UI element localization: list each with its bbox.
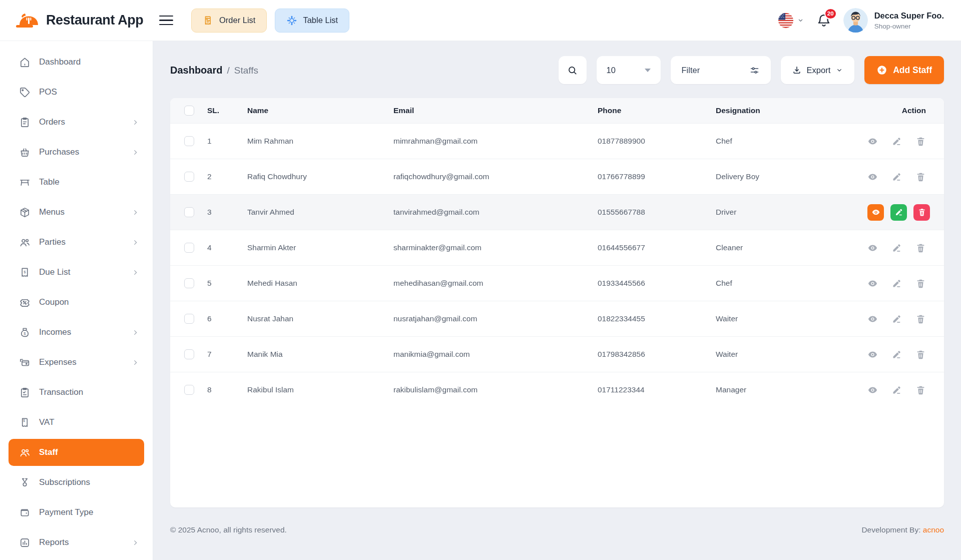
row-checkbox[interactable] [184, 136, 194, 146]
cell-email: tanvirahmed@gmail.com [393, 208, 598, 217]
cell-name: Rakibul Islam [247, 385, 393, 394]
user-menu[interactable]: Decca Super Foo. Shop-owner [843, 8, 944, 33]
sidebar-item-table[interactable]: Table [0, 167, 153, 197]
sidebar-item-expenses[interactable]: Expenses [0, 347, 153, 377]
cell-designation: Waiter [716, 314, 844, 323]
cell-name: Mehedi Hasan [247, 279, 393, 288]
delete-icon[interactable] [915, 243, 926, 253]
table-list-button[interactable]: Table List [275, 9, 349, 33]
tag-icon [19, 87, 31, 98]
delete-icon[interactable] [915, 172, 926, 182]
table-row: 1 Mim Rahman mimrahman@gmail.com 0187788… [170, 123, 944, 159]
cell-designation: Chef [716, 137, 844, 146]
sidebar-item-orders[interactable]: Orders [0, 107, 153, 137]
view-icon[interactable] [867, 314, 878, 324]
sidebar-item-parties[interactable]: Parties [0, 227, 153, 257]
notifications-button[interactable]: 20 [816, 13, 831, 29]
view-icon[interactable] [867, 172, 878, 182]
delete-icon[interactable] [915, 278, 926, 289]
download-icon [792, 65, 802, 75]
edit-icon[interactable] [891, 385, 902, 395]
cell-designation: Driver [716, 208, 844, 217]
edit-icon[interactable] [891, 278, 902, 289]
view-icon[interactable] [867, 278, 878, 289]
due-receipt-icon: $ [19, 267, 31, 278]
breadcrumb-root[interactable]: Dashboard [170, 65, 222, 76]
brand[interactable]: Restaurant App [15, 10, 153, 32]
delete-button[interactable] [913, 204, 930, 221]
users-icon [19, 237, 31, 248]
row-checkbox[interactable] [184, 278, 194, 288]
header-email: Email [393, 106, 598, 115]
edit-icon[interactable] [891, 314, 902, 324]
edit-icon[interactable] [891, 349, 902, 360]
view-icon[interactable] [867, 385, 878, 395]
developer-link[interactable]: acnoo [923, 525, 944, 534]
breadcrumb-current: Staffs [234, 65, 258, 76]
table-row: 3 Tanvir Ahmed tanvirahmed@gmail.com 015… [170, 194, 944, 230]
sidebar-item-dashboard[interactable]: Dashboard [0, 47, 153, 77]
sidebar-item-staff[interactable]: Staff [9, 439, 144, 466]
user-name: Decca Super Foo. [874, 11, 944, 21]
sidebar-item-purchases[interactable]: Purchases [0, 137, 153, 167]
chevron-down-icon [835, 66, 843, 74]
row-checkbox[interactable] [184, 172, 194, 182]
sidebar-item-menus[interactable]: Menus [0, 197, 153, 227]
chevron-right-icon [131, 358, 140, 367]
sidebar-item-incomes[interactable]: $Incomes [0, 317, 153, 347]
delete-icon[interactable] [915, 136, 926, 147]
cell-phone: 01933445566 [598, 279, 716, 288]
clipboard-icon [19, 117, 31, 128]
per-page-select[interactable]: 10 [597, 56, 661, 84]
header-name: Name [247, 106, 393, 115]
sidebar-item-vat[interactable]: $VAT [0, 407, 153, 437]
cell-phone: 01711223344 [598, 385, 716, 394]
view-icon[interactable] [867, 136, 878, 147]
sidebar-item-label: Incomes [39, 327, 71, 337]
export-button[interactable]: Export [781, 56, 855, 84]
edit-button[interactable] [890, 204, 907, 221]
chevron-right-icon [131, 238, 140, 247]
sidebar-item-transaction[interactable]: Transaction [0, 377, 153, 407]
cell-phone: 01555667788 [598, 208, 716, 217]
sidebar-item-due-list[interactable]: $Due List [0, 257, 153, 287]
clipboard-check-icon [19, 387, 31, 398]
copyright-text: © 2025 Acnoo, all rights reserved. [170, 525, 287, 534]
view-button[interactable] [867, 204, 884, 221]
delete-icon[interactable] [915, 314, 926, 324]
sidebar-item-pos[interactable]: POS [0, 77, 153, 107]
edit-icon[interactable] [891, 172, 902, 182]
language-selector[interactable] [778, 13, 804, 28]
add-staff-label: Add Staff [893, 65, 932, 76]
select-all-checkbox[interactable] [184, 106, 194, 116]
cell-phone: 01644556677 [598, 243, 716, 252]
cell-name: Manik Mia [247, 350, 393, 359]
wallet-out-icon [19, 357, 31, 368]
row-checkbox[interactable] [184, 207, 194, 217]
view-icon[interactable] [867, 349, 878, 360]
row-checkbox[interactable] [184, 243, 194, 253]
table-row: 4 Sharmin Akter sharminakter@gmail.com 0… [170, 230, 944, 265]
delete-icon[interactable] [915, 385, 926, 395]
cell-name: Tanvir Ahmed [247, 208, 393, 217]
view-icon[interactable] [867, 243, 878, 253]
sidebar-item-payment-type[interactable]: Payment Type [0, 497, 153, 527]
add-staff-button[interactable]: Add Staff [864, 56, 944, 84]
cell-sl: 4 [207, 243, 247, 252]
sidebar-item-subscriptions[interactable]: Subscriptions [0, 467, 153, 497]
toolbar: 10 Filter Export Add Staff [559, 56, 944, 84]
edit-icon[interactable] [891, 136, 902, 147]
sidebar-item-coupon[interactable]: Coupon [0, 287, 153, 317]
search-icon [567, 65, 578, 76]
sidebar-item-reports[interactable]: Reports [0, 527, 153, 557]
filter-button[interactable]: Filter [671, 56, 771, 84]
search-button[interactable] [559, 56, 587, 84]
row-checkbox[interactable] [184, 349, 194, 359]
edit-icon[interactable] [891, 243, 902, 253]
delete-icon[interactable] [915, 349, 926, 360]
row-checkbox[interactable] [184, 385, 194, 395]
order-list-button[interactable]: Order List [191, 9, 267, 33]
menu-toggle-icon[interactable] [159, 14, 176, 27]
row-checkbox[interactable] [184, 314, 194, 324]
cell-designation: Delivery Boy [716, 172, 844, 181]
